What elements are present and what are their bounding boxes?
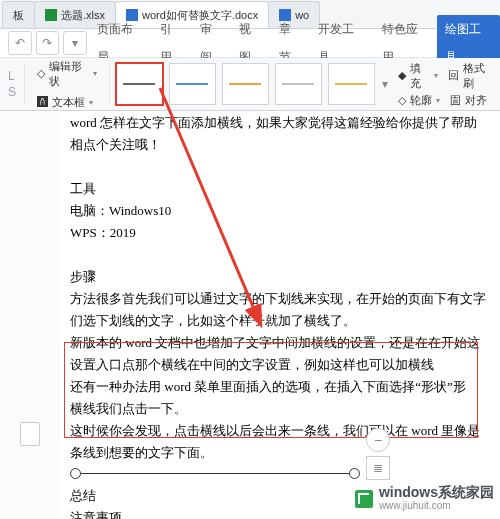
watermark: windows系统家园 www.jiuhuit.com xyxy=(355,485,494,513)
annotation-red-box xyxy=(64,342,478,438)
text-box-button[interactable]: 🅰 文本框 ▾ xyxy=(33,93,101,112)
separator xyxy=(109,64,110,104)
left-rail xyxy=(0,112,60,519)
handle-right[interactable] xyxy=(349,468,360,479)
inserted-line-shape[interactable] xyxy=(70,468,360,479)
separator xyxy=(24,64,25,104)
line-preview xyxy=(335,83,367,85)
outline-button[interactable]: ◇ 轮廓▾ 圁 对齐 xyxy=(398,93,492,108)
para: 相点个关注哦！ xyxy=(70,134,492,156)
letter-s: S xyxy=(8,85,16,99)
para: 电脑：Windows10 xyxy=(70,200,492,222)
btn-label: 编辑形状 xyxy=(49,59,89,89)
heading-steps: 步骤 xyxy=(70,266,492,288)
line-body[interactable] xyxy=(81,473,349,474)
para: WPS：2019 xyxy=(70,222,492,244)
line-style-2[interactable] xyxy=(169,63,216,105)
line-style-1[interactable] xyxy=(116,63,163,105)
format-group: ◆ 填充▾ 回 格式刷 ◇ 轮廓▾ 圁 对齐 xyxy=(394,59,496,110)
letters-group: L S xyxy=(4,67,20,101)
watermark-text: windows系统家园 xyxy=(379,485,494,499)
letter-l: L xyxy=(8,69,16,83)
shape-tools: ◇ 编辑形状 ▾ 🅰 文本框 ▾ xyxy=(29,55,105,114)
line-preview xyxy=(176,83,208,85)
line-style-5[interactable] xyxy=(328,63,375,105)
handle-left[interactable] xyxy=(70,468,81,479)
watermark-url: www.jiuhuit.com xyxy=(379,499,494,513)
line-preview xyxy=(229,83,261,85)
edit-shape-button[interactable]: ◇ 编辑形状 ▾ xyxy=(33,57,101,91)
heading-tools: 工具 xyxy=(70,178,492,200)
more-button[interactable]: ▾ xyxy=(63,31,87,55)
page-thumb-icon[interactable] xyxy=(20,422,40,446)
layout-options-button[interactable]: ≣ xyxy=(366,456,390,480)
redo-button[interactable]: ↷ xyxy=(36,31,60,55)
zoom-out-button[interactable]: − xyxy=(366,428,390,452)
para: 们选下划线的文字，比如这个样子就加了横线了。 xyxy=(70,310,492,332)
para: 方法很多首先我们可以通过文字的下划线来实现，在开始的页面下有文字 xyxy=(70,288,492,310)
line-preview xyxy=(282,83,314,85)
document-body: word 怎样在文字下面添加横线，如果大家觉得这篇经验给你提供了帮助 相点个关注… xyxy=(70,112,500,519)
watermark-logo xyxy=(355,490,373,508)
line-preview xyxy=(123,83,155,85)
line-style-3[interactable] xyxy=(222,63,269,105)
undo-button[interactable]: ↶ xyxy=(8,31,32,55)
btn-label: 文本框 xyxy=(52,95,85,110)
line-style-4[interactable] xyxy=(275,63,322,105)
ribbon-toolbar: L S ◇ 编辑形状 ▾ 🅰 文本框 ▾ ▾ ◆ 填充▾ 回 格式刷 ◇ 轮廓▾… xyxy=(0,58,500,111)
tab-label: 板 xyxy=(13,8,24,23)
para: 条线到想要的文字下面。 xyxy=(70,442,492,464)
line-gallery-more[interactable]: ▾ xyxy=(379,77,392,91)
fill-button[interactable]: ◆ 填充▾ 回 格式刷 xyxy=(398,61,492,91)
excel-icon xyxy=(45,9,57,21)
para: word 怎样在文字下面添加横线，如果大家觉得这篇经验给你提供了帮助 xyxy=(70,112,492,134)
tab-clipboard[interactable]: 板 xyxy=(2,1,35,28)
